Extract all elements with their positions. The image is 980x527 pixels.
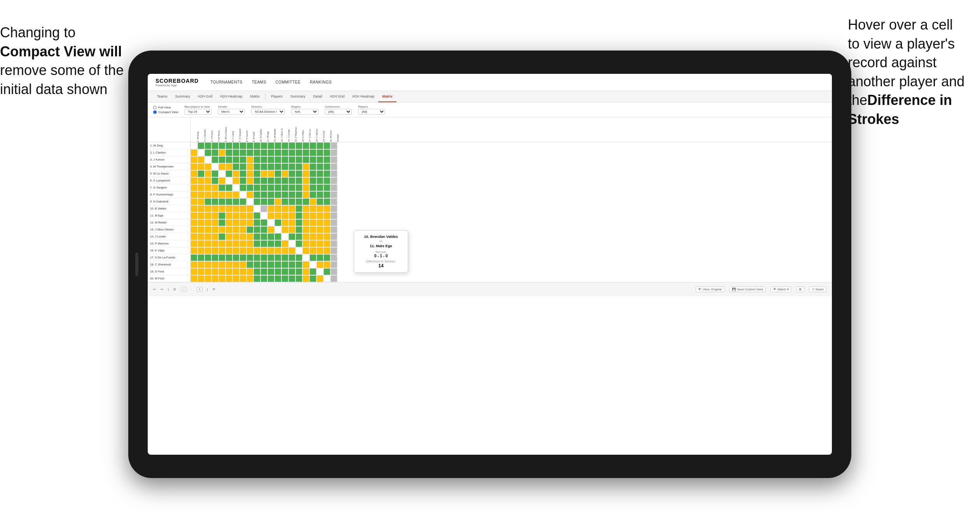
- grid-cell[interactable]: [225, 205, 232, 212]
- grid-cell[interactable]: [323, 268, 330, 275]
- grid-cell[interactable]: [330, 149, 337, 156]
- grid-cell[interactable]: [211, 212, 218, 219]
- grid-cell[interactable]: [281, 240, 288, 247]
- grid-cell[interactable]: [288, 170, 295, 177]
- grid-cell[interactable]: [232, 142, 239, 149]
- grid-cell[interactable]: [302, 198, 309, 205]
- grid-cell[interactable]: [232, 254, 239, 261]
- grid-cell[interactable]: [295, 233, 302, 240]
- grid-cell[interactable]: [260, 212, 267, 219]
- grid-cell[interactable]: [253, 149, 260, 156]
- grid-cell[interactable]: [302, 212, 309, 219]
- grid-cell[interactable]: [323, 205, 330, 212]
- grid-cell[interactable]: [302, 275, 309, 282]
- grid-cell[interactable]: [330, 219, 337, 226]
- grid-cell[interactable]: [246, 142, 253, 149]
- grid-cell[interactable]: [274, 247, 281, 254]
- grid-cell[interactable]: [239, 142, 246, 149]
- grid-cell[interactable]: [239, 191, 246, 198]
- grid-cell[interactable]: [253, 275, 260, 282]
- grid-cell[interactable]: [302, 233, 309, 240]
- grid-cell[interactable]: [197, 275, 204, 282]
- grid-cell[interactable]: [281, 212, 288, 219]
- subnav-matrix2[interactable]: Matrix: [378, 91, 397, 102]
- grid-cell[interactable]: [309, 163, 316, 170]
- grid-cell[interactable]: [330, 198, 337, 205]
- grid-cell[interactable]: [211, 226, 218, 233]
- grid-cell[interactable]: [281, 184, 288, 191]
- grid-cell[interactable]: [330, 261, 337, 268]
- nav-committee[interactable]: COMMITTEE: [276, 79, 301, 86]
- grid-cell[interactable]: [267, 191, 274, 198]
- grid-cell[interactable]: [302, 268, 309, 275]
- grid-cell[interactable]: [295, 240, 302, 247]
- grid-cell[interactable]: [211, 156, 218, 163]
- grid-cell[interactable]: [204, 240, 211, 247]
- grid-cell[interactable]: [316, 226, 323, 233]
- zoom-fit-button[interactable]: ⊡: [173, 288, 176, 291]
- grid-cell[interactable]: [232, 268, 239, 275]
- layout-button[interactable]: ⊞: [796, 286, 804, 292]
- grid-cell[interactable]: [267, 240, 274, 247]
- grid-cell[interactable]: [225, 233, 232, 240]
- grid-cell[interactable]: [302, 226, 309, 233]
- grid-cell[interactable]: [302, 205, 309, 212]
- grid-cell[interactable]: [218, 219, 225, 226]
- grid-cell[interactable]: [246, 254, 253, 261]
- grid-cell[interactable]: [288, 177, 295, 184]
- grid-cell[interactable]: [330, 191, 337, 198]
- grid-cell[interactable]: [253, 142, 260, 149]
- grid-cell[interactable]: [204, 219, 211, 226]
- grid-cell[interactable]: [323, 142, 330, 149]
- grid-cell[interactable]: [274, 191, 281, 198]
- grid-cell[interactable]: [239, 184, 246, 191]
- grid-cell[interactable]: [274, 170, 281, 177]
- grid-cell[interactable]: [260, 261, 267, 268]
- grid-cell[interactable]: [323, 233, 330, 240]
- grid-cell[interactable]: [302, 219, 309, 226]
- grid-cell[interactable]: [218, 163, 225, 170]
- grid-cell[interactable]: [267, 268, 274, 275]
- grid-cell[interactable]: [260, 163, 267, 170]
- grid-cell[interactable]: [197, 177, 204, 184]
- grid-cell[interactable]: [211, 240, 218, 247]
- grid-cell[interactable]: [309, 184, 316, 191]
- grid-cell[interactable]: [323, 254, 330, 261]
- grid-cell[interactable]: [232, 205, 239, 212]
- grid-cell[interactable]: [246, 156, 253, 163]
- grid-cell[interactable]: [225, 142, 232, 149]
- grid-cell[interactable]: [288, 184, 295, 191]
- grid-cell[interactable]: [267, 142, 274, 149]
- grid-cell[interactable]: [330, 254, 337, 261]
- grid-cell[interactable]: [288, 142, 295, 149]
- grid-cell[interactable]: [225, 226, 232, 233]
- grid-cell[interactable]: [239, 226, 246, 233]
- grid-cell[interactable]: [190, 149, 197, 156]
- grid-cell[interactable]: [218, 149, 225, 156]
- full-view-radio[interactable]: [153, 106, 157, 109]
- grid-cell[interactable]: [225, 275, 232, 282]
- grid-cell[interactable]: [309, 212, 316, 219]
- grid-cell[interactable]: [246, 261, 253, 268]
- tablet-side-button[interactable]: [135, 253, 138, 276]
- grid-cell[interactable]: [302, 149, 309, 156]
- grid-cell[interactable]: [246, 247, 253, 254]
- grid-cell[interactable]: [239, 156, 246, 163]
- grid-cell[interactable]: [288, 198, 295, 205]
- grid-cell[interactable]: [225, 254, 232, 261]
- grid-cell[interactable]: [218, 212, 225, 219]
- grid-cell[interactable]: [316, 177, 323, 184]
- grid-cell[interactable]: [197, 233, 204, 240]
- grid-cell[interactable]: [232, 233, 239, 240]
- grid-cell[interactable]: [190, 261, 197, 268]
- grid-cell[interactable]: [253, 212, 260, 219]
- grid-cell[interactable]: [274, 198, 281, 205]
- grid-cell[interactable]: [309, 261, 316, 268]
- grid-cell[interactable]: [323, 261, 330, 268]
- grid-cell[interactable]: [288, 240, 295, 247]
- grid-cell[interactable]: [281, 149, 288, 156]
- grid-cell[interactable]: [323, 170, 330, 177]
- grid-cell[interactable]: [260, 268, 267, 275]
- grid-cell[interactable]: [246, 163, 253, 170]
- grid-cell[interactable]: [239, 261, 246, 268]
